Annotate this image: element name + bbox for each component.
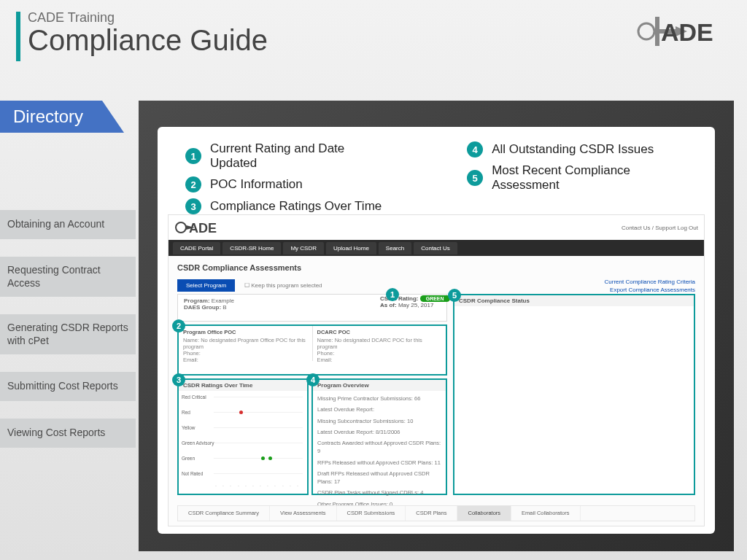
rating-pill: GREEN — [420, 295, 450, 302]
poc-right: DCARC POC Name: No designated DCARC POC … — [313, 326, 446, 361]
mini-nav-search[interactable]: Search — [379, 242, 411, 254]
sidebar-item-obtaining-account[interactable]: Obtaining an Account — [0, 210, 136, 239]
mini-body: CSDR Compliance Assessments Select Progr… — [169, 256, 704, 526]
marker-5: 5 — [448, 289, 461, 302]
mini-right-links[interactable]: Current Compliance Rating Criteria Expor… — [605, 278, 696, 294]
content-stage: 1Current Rating and Date Updated 2POC In… — [139, 101, 734, 551]
poc-left: Program Office POC Name: No designated P… — [179, 326, 313, 361]
svg-point-0 — [638, 23, 654, 39]
chart-title: CSDR Ratings Over Time — [179, 380, 307, 391]
legend-left: 1Current Rating and Date Updated 2POC In… — [185, 141, 387, 214]
legend-num-3: 3 — [185, 198, 201, 214]
poc-box: 2 Program Office POC Name: No designated… — [177, 324, 447, 376]
mini-nav-mycsdr[interactable]: My CSDR — [283, 242, 324, 254]
svg-text:ADE: ADE — [661, 18, 713, 46]
legend-item-2: 2POC Information — [185, 176, 387, 192]
legend-item-1: 1Current Rating and Date Updated — [185, 141, 387, 171]
legend-num-2: 2 — [185, 176, 201, 192]
svg-rect-4 — [655, 17, 659, 46]
legend-right: 4All Outstanding CSDR Issues 5Most Recen… — [467, 141, 692, 214]
legend-item-3: 3Compliance Ratings Over Time — [185, 198, 387, 214]
compliance-status-box: 5 CSDR Compliance Status — [453, 294, 695, 495]
marker-2: 2 — [172, 319, 185, 332]
legend-num-1: 1 — [185, 148, 201, 164]
mini-cade-logo: ADE — [174, 218, 225, 237]
ratings-chart-box: 3 CSDR Ratings Over Time Red CriticalRed… — [177, 378, 309, 495]
btab-plans[interactable]: CSDR Plans — [406, 506, 457, 521]
directory-label: Directory — [13, 106, 83, 127]
page-header: CADE Training Compliance Guide — [16, 10, 268, 55]
legend-item-4: 4All Outstanding CSDR Issues — [467, 141, 692, 158]
overview-title: Program Overview — [313, 380, 446, 391]
btab-email[interactable]: Email Collaborators — [511, 506, 580, 521]
mini-page-title: CSDR Compliance Assessments — [177, 263, 695, 272]
header-title: Compliance Guide — [28, 26, 268, 55]
legend-num-4: 4 — [467, 141, 483, 158]
svg-text:ADE: ADE — [189, 221, 217, 236]
marker-1: 1 — [386, 288, 399, 301]
embedded-screenshot: ADE Contact Us / Support Log Out CADE Po… — [168, 214, 705, 526]
marker-4: 4 — [306, 373, 320, 386]
keep-selected-checkbox[interactable]: ☐ Keep this program selected — [244, 282, 322, 289]
select-program-button[interactable]: Select Program — [177, 279, 235, 292]
cade-logo: ADE — [636, 13, 731, 52]
svg-point-5 — [176, 222, 186, 233]
mini-nav-contact[interactable]: Contact Us — [414, 242, 457, 254]
marker-3: 3 — [172, 373, 185, 386]
header-subtitle: CADE Training — [28, 10, 268, 26]
mini-top-links[interactable]: Contact Us / Support Log Out — [622, 225, 698, 231]
mini-nav: CADE Portal CSDR-SR Home My CSDR Upload … — [169, 240, 704, 256]
btab-collaborators[interactable]: Collaborators — [457, 506, 511, 521]
sidebar-item-submit-reports[interactable]: Submitting Cost Reports — [0, 372, 136, 401]
legend: 1Current Rating and Date Updated 2POC In… — [168, 137, 705, 219]
btab-summary[interactable]: CSDR Compliance Summary — [178, 506, 270, 521]
content-card: 1Current Rating and Date Updated 2POC In… — [158, 127, 715, 534]
ratings-chart: Red CriticalRedYellowGreen AdvisoryGreen… — [179, 391, 307, 491]
sidebar-item-request-access[interactable]: Requesting Contract Access — [0, 257, 136, 297]
status-title: CSDR Compliance Status — [454, 295, 694, 306]
mini-nav-csdrsr[interactable]: CSDR-SR Home — [222, 242, 281, 254]
sidebar-item-view-reports[interactable]: Viewing Cost Reports — [0, 419, 136, 448]
program-overview-box: 4 Program Overview Missing Prime Contrac… — [311, 378, 447, 495]
legend-num-5: 5 — [467, 170, 483, 186]
overview-rows: Missing Prime Contractor Submissions: 66… — [313, 391, 446, 515]
header-accent-bar — [16, 12, 20, 61]
mini-nav-portal[interactable]: CADE Portal — [173, 242, 220, 254]
directory-tab[interactable]: Directory — [0, 101, 124, 133]
mini-nav-upload[interactable]: Upload Home — [326, 242, 376, 254]
mini-topbar: ADE Contact Us / Support Log Out — [169, 215, 704, 240]
btab-assessments[interactable]: View Assessments — [270, 506, 336, 521]
bottom-tabs: CSDR Compliance Summary View Assessments… — [177, 505, 695, 521]
legend-item-5: 5Most Recent Compliance Assessment — [467, 163, 692, 192]
sidebar-item-generate-reports[interactable]: Generating CSDR Reports with cPet — [0, 314, 136, 354]
sidebar: Obtaining an Account Requesting Contract… — [0, 210, 136, 448]
btab-submissions[interactable]: CSDR Submissions — [337, 506, 406, 521]
